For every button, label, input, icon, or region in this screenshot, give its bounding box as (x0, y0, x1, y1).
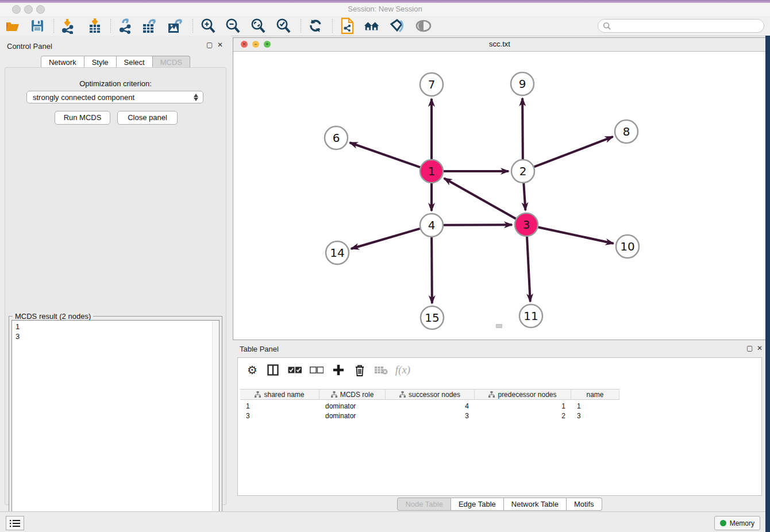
toolbar-separator (110, 19, 111, 33)
network-zoom-icon[interactable]: + (264, 41, 271, 48)
node-6[interactable]: 6 (325, 126, 348, 149)
import-table-icon (87, 18, 103, 34)
edge-1-6[interactable] (350, 142, 421, 167)
desktop-edge (765, 36, 770, 532)
edge-3-10[interactable] (538, 227, 614, 243)
table-cell[interactable]: dominator (319, 402, 386, 411)
refresh-button[interactable] (307, 18, 324, 34)
float-panel-icon[interactable]: ▢ (206, 41, 213, 49)
zoom-fit-button[interactable] (249, 18, 267, 34)
mcds-result-textarea[interactable]: 13 (11, 320, 220, 530)
node-4[interactable]: 4 (420, 214, 443, 237)
table-cell[interactable]: 3 (240, 411, 319, 421)
import-network-button[interactable] (59, 18, 76, 34)
table-cell[interactable]: dominator (319, 411, 386, 421)
node-9[interactable]: 9 (511, 72, 534, 95)
tab-edge-table[interactable]: Edge Table (451, 498, 504, 511)
hide-graphics-details-button[interactable] (388, 18, 406, 34)
mcds-result-scrollbar[interactable] (212, 321, 219, 530)
toggle-view-button[interactable] (415, 18, 432, 34)
zoom-selected-button[interactable] (275, 18, 292, 34)
task-history-button[interactable] (6, 516, 24, 530)
control-panel: Control Panel ▢ ✕ NetworkStyleSelectMCDS… (0, 36, 231, 511)
table-settings-button[interactable]: ⚙ (244, 362, 261, 378)
import-table-button[interactable] (86, 18, 103, 34)
network-hscroll-thumb[interactable] (496, 324, 502, 328)
open-session-button[interactable] (5, 18, 22, 34)
node-label: 6 (333, 131, 340, 145)
column-header-successor-nodes[interactable]: successor nodes (386, 389, 475, 400)
network-window-title: scc.txt (233, 38, 766, 51)
run-mcds-button[interactable]: Run MCDS (55, 111, 110, 125)
column-header-name[interactable]: name (571, 389, 619, 400)
new-network-from-selection-button[interactable] (338, 18, 356, 34)
table-cell[interactable]: 1 (571, 402, 619, 411)
show-columns-button[interactable] (264, 362, 282, 378)
table-cell[interactable]: 3 (571, 411, 619, 421)
toolbar-separator (301, 19, 301, 33)
column-header-MCDS-role[interactable]: MCDS role (319, 389, 386, 400)
deselect-all-button[interactable] (308, 362, 325, 378)
edge-2-3[interactable] (523, 183, 525, 210)
memory-button[interactable]: Memory (714, 516, 760, 530)
edge-4-3[interactable] (444, 225, 512, 225)
table-cell[interactable]: 1 (240, 402, 319, 411)
float-table-panel-icon[interactable]: ▢ (746, 344, 753, 352)
edge-2-9[interactable] (522, 98, 523, 159)
delete-table-button[interactable] (372, 362, 390, 378)
close-traffic-light[interactable] (12, 5, 21, 14)
node-10[interactable]: 10 (616, 235, 639, 258)
node-8[interactable]: 8 (615, 120, 638, 143)
node-3[interactable]: 3 (515, 213, 538, 236)
edge-3-11[interactable] (527, 237, 530, 302)
node-2[interactable]: 2 (511, 160, 534, 183)
deselect-all-icon (310, 367, 324, 374)
edge-3-1[interactable] (444, 178, 516, 218)
apply-preferred-layout-button[interactable] (363, 18, 380, 34)
export-network-button[interactable] (117, 18, 134, 34)
mcds-result-group: MCDS result (2 nodes) 13 (9, 316, 222, 532)
tab-motifs[interactable]: Motifs (567, 498, 602, 511)
zoom-in-button[interactable] (199, 18, 217, 34)
network-close-icon[interactable]: ✕ (241, 41, 248, 48)
table-cell[interactable]: 4 (386, 402, 475, 411)
save-session-button[interactable] (29, 18, 46, 34)
table-cell[interactable]: 3 (386, 411, 475, 421)
export-table-button[interactable] (141, 18, 159, 34)
zoom-out-button[interactable] (224, 18, 241, 34)
export-image-button[interactable] (167, 18, 184, 34)
network-canvas[interactable]: 7968124314101511 (233, 51, 766, 340)
node-7[interactable]: 7 (420, 73, 443, 96)
select-all-button[interactable] (286, 362, 303, 378)
mcds-result-line: 1 (16, 322, 219, 331)
edge-4-15[interactable] (432, 237, 432, 303)
table-cell[interactable]: 2 (475, 411, 571, 421)
node-11[interactable]: 11 (519, 304, 542, 327)
close-table-panel-icon[interactable]: ✕ (757, 344, 763, 352)
minimize-traffic-light[interactable] (24, 5, 33, 14)
table-cell[interactable]: 1 (475, 402, 571, 411)
zoom-in-icon (200, 18, 216, 34)
edge-2-8[interactable] (534, 137, 613, 167)
zoom-traffic-light[interactable] (36, 5, 45, 14)
delete-columns-button[interactable] (351, 362, 368, 378)
node-1[interactable]: 1 (420, 160, 443, 183)
gear-icon: ⚙ (247, 363, 257, 377)
network-minimize-icon[interactable]: − (252, 41, 259, 48)
create-column-button[interactable] (330, 362, 347, 378)
search-field[interactable] (598, 19, 764, 33)
edge-4-14[interactable] (351, 229, 420, 249)
column-header-predecessor-nodes[interactable]: predecessor nodes (475, 389, 571, 400)
export-network-icon (117, 18, 133, 34)
node-15[interactable]: 15 (421, 306, 444, 329)
tab-network-table[interactable]: Network Table (504, 498, 567, 511)
criterion-select[interactable]: strongly connected component (26, 91, 203, 103)
search-input[interactable] (611, 21, 757, 30)
tab-node-table[interactable]: Node Table (397, 498, 451, 511)
close-panel-icon[interactable]: ✕ (217, 41, 223, 49)
column-header-shared-name[interactable]: shared name (240, 389, 319, 400)
function-builder-button[interactable]: f(x) (394, 362, 411, 378)
node-14[interactable]: 14 (326, 241, 349, 264)
close-panel-button[interactable]: Close panel (117, 111, 178, 125)
node-label: 3 (523, 218, 530, 232)
